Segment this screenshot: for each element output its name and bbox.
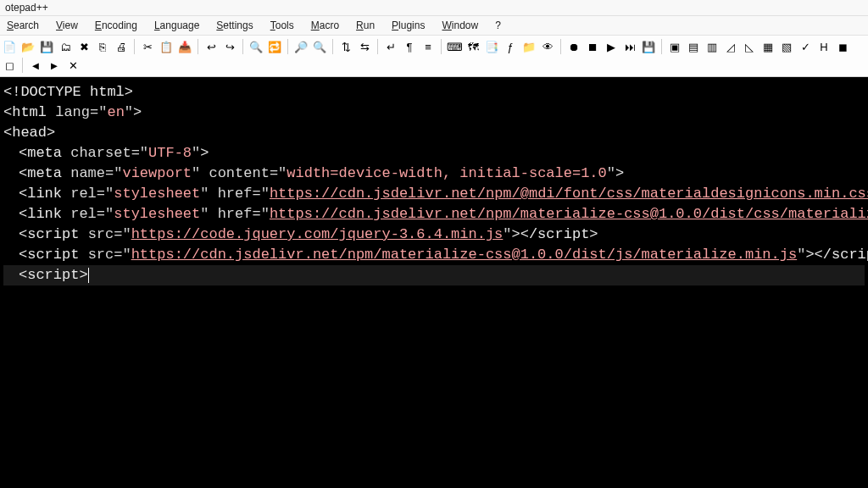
doc-map-icon[interactable]: 🗺 — [465, 39, 481, 54]
find-icon[interactable]: 🔍 — [248, 39, 264, 54]
stop-icon[interactable]: ⏹ — [585, 39, 600, 54]
toolbar-separator — [560, 39, 561, 54]
code-line[interactable]: <script src="https://cdn.jsdelivr.net/np… — [3, 245, 865, 265]
next-icon[interactable]: ► — [47, 58, 62, 73]
toolbar-separator — [198, 39, 198, 54]
menu-plugins[interactable]: Plugins — [385, 18, 431, 33]
toolbar-separator — [441, 39, 442, 54]
toolbar-separator — [22, 58, 23, 73]
wordwrap-icon[interactable]: ↵ — [383, 39, 398, 54]
toolbar-separator — [332, 39, 333, 54]
menu-tools[interactable]: Tools — [264, 18, 301, 33]
tb3-icon[interactable]: ▥ — [704, 39, 720, 54]
save-icon[interactable]: 💾 — [39, 39, 54, 54]
record-icon[interactable]: ⏺ — [566, 39, 581, 54]
tb5-icon[interactable]: ◺ — [742, 39, 757, 54]
menu-settings[interactable]: Settings — [209, 18, 259, 33]
app-title: otepad++ — [5, 2, 48, 14]
monitor-icon[interactable]: 👁 — [540, 39, 555, 54]
toolbar-separator — [377, 39, 378, 54]
code-line[interactable]: <head> — [3, 123, 865, 143]
redo-icon[interactable]: ↪ — [222, 39, 237, 54]
close-icon[interactable]: ✖ — [76, 39, 92, 54]
tb6-icon[interactable]: ▦ — [760, 39, 776, 54]
sync-v-icon[interactable]: ⇅ — [338, 39, 353, 54]
menu-[interactable]: ? — [488, 18, 508, 33]
tb4-icon[interactable]: ◿ — [723, 39, 738, 54]
print-icon[interactable]: 🖨 — [114, 39, 129, 54]
open-file-icon[interactable]: 📂 — [20, 39, 36, 54]
doc-list-icon[interactable]: 📑 — [484, 39, 499, 54]
paste-icon[interactable]: 📥 — [177, 39, 192, 54]
play-icon[interactable]: ▶ — [604, 39, 619, 54]
code-line[interactable]: <meta name="viewport" content="width=dev… — [3, 164, 865, 184]
save-all-icon[interactable]: 🗂 — [58, 39, 73, 54]
dark-icon[interactable]: ◼ — [835, 39, 850, 54]
code-line[interactable]: <link rel="stylesheet" href="https://cdn… — [3, 204, 865, 225]
replace-icon[interactable]: 🔁 — [267, 39, 282, 54]
new-file-icon[interactable]: 📄 — [2, 39, 17, 54]
code-line[interactable]: <script> — [3, 265, 865, 286]
toolbar-separator — [287, 39, 288, 54]
toolbar-separator — [242, 39, 243, 54]
bold-icon[interactable]: H — [816, 39, 832, 54]
tb1-icon[interactable]: ▣ — [667, 39, 682, 54]
toolbar-separator — [134, 39, 135, 54]
play-multi-icon[interactable]: ⏭ — [622, 39, 637, 54]
code-line[interactable]: <meta charset="UTF-8"> — [3, 143, 865, 164]
light-icon[interactable]: ◻ — [2, 58, 17, 73]
save-macro-icon[interactable]: 💾 — [641, 39, 656, 54]
flag-icon[interactable]: ✕ — [65, 58, 81, 73]
zoom-in-icon[interactable]: 🔎 — [293, 39, 309, 54]
func-list-icon[interactable]: ƒ — [503, 39, 518, 54]
menu-window[interactable]: Window — [435, 18, 485, 33]
menu-run[interactable]: Run — [349, 18, 381, 33]
code-line[interactable]: <script src="https://code.jquery.com/jqu… — [3, 225, 865, 245]
menu-search[interactable]: Search — [0, 18, 46, 33]
toolbar-separator — [661, 39, 662, 54]
close-all-icon[interactable]: ⎘ — [95, 39, 110, 54]
toolbar: 📄📂💾🗂✖⎘🖨✂📋📥↩↪🔍🔁🔎🔍⇅⇆↵¶≡⌨🗺📑ƒ📁👁⏺⏹▶⏭💾▣▤▥◿◺▦▧✓… — [0, 36, 868, 77]
code-editor[interactable]: <!DOCTYPE html><html lang="en"><head><me… — [0, 77, 868, 488]
menu-encoding[interactable]: Encoding — [88, 18, 144, 33]
copy-icon[interactable]: 📋 — [159, 39, 174, 54]
code-line[interactable]: <html lang="en"> — [3, 103, 865, 123]
title-bar: otepad++ — [0, 0, 868, 16]
menu-view[interactable]: View — [49, 18, 85, 33]
menu-language[interactable]: Language — [147, 18, 206, 33]
zoom-out-icon[interactable]: 🔍 — [312, 39, 327, 54]
tb2-icon[interactable]: ▤ — [686, 39, 701, 54]
undo-icon[interactable]: ↩ — [203, 39, 219, 54]
prev-icon[interactable]: ◄ — [28, 58, 43, 73]
lang-icon[interactable]: ⌨ — [447, 39, 462, 54]
sync-h-icon[interactable]: ⇆ — [357, 39, 372, 54]
cut-icon[interactable]: ✂ — [140, 39, 155, 54]
hidden-chars-icon[interactable]: ¶ — [402, 39, 417, 54]
code-line[interactable]: <!DOCTYPE html> — [3, 82, 865, 103]
tb7-icon[interactable]: ▧ — [779, 39, 794, 54]
folder-icon[interactable]: 📁 — [521, 39, 537, 54]
indent-guide-icon[interactable]: ≡ — [420, 39, 436, 54]
menu-macro[interactable]: Macro — [304, 18, 346, 33]
code-line[interactable]: <link rel="stylesheet" href="https://cdn… — [3, 184, 865, 204]
menu-bar: SearchViewEncodingLanguageSettingsToolsM… — [0, 16, 868, 36]
spellcheck-icon[interactable]: ✓ — [798, 39, 813, 54]
